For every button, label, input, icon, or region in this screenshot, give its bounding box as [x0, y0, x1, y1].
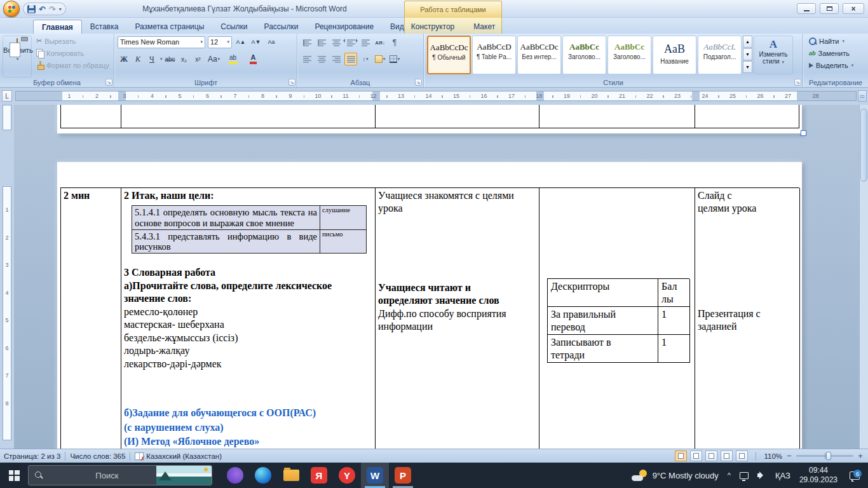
- align-right-button[interactable]: [330, 53, 342, 65]
- hidden-icons-chevron[interactable]: ^: [728, 471, 731, 479]
- table-resize-handle[interactable]: [801, 130, 806, 136]
- volume-tray-icon[interactable]: [757, 471, 766, 479]
- taskbar-clock[interactable]: 09:44 29.09.2023: [799, 466, 837, 485]
- align-left-button[interactable]: [301, 53, 313, 65]
- font-name-combo[interactable]: Times New Roman▾: [118, 36, 205, 48]
- qat-customize-dropdown-icon[interactable]: ▾: [59, 6, 62, 12]
- fullscreen-reading-view-button[interactable]: [690, 451, 702, 461]
- undo-icon[interactable]: ↶: [39, 5, 46, 13]
- style-heading2[interactable]: AaBbCcЗаголово...: [607, 36, 651, 74]
- page-1-partial[interactable]: [57, 105, 802, 133]
- zoom-slider-thumb[interactable]: [826, 452, 831, 460]
- superscript-button[interactable]: x²: [192, 53, 205, 65]
- format-painter-button[interactable]: Формат по образцу: [34, 60, 111, 70]
- tab-insert[interactable]: Вставка: [82, 20, 127, 34]
- decrease-indent-button[interactable]: [344, 36, 357, 49]
- font-dialog-launcher[interactable]: ↘: [288, 79, 295, 86]
- increase-indent-button[interactable]: [359, 36, 372, 49]
- text-highlight-button[interactable]: ab: [224, 53, 243, 65]
- objectives-table[interactable]: 5.1.4.1 определять основную мысль текста…: [132, 205, 367, 254]
- justify-button[interactable]: [344, 53, 357, 65]
- vertical-scrollbar[interactable]: [859, 105, 868, 449]
- change-styles-button[interactable]: А Изменить стили ▾: [754, 36, 793, 74]
- show-marks-button[interactable]: ¶: [388, 36, 401, 49]
- spellcheck-icon[interactable]: [135, 452, 144, 460]
- styles-scroll-down-button[interactable]: ▼: [743, 48, 752, 60]
- horizontal-ruler[interactable]: 1234567891011121314151617181920212223242…: [15, 91, 857, 101]
- clipboard-dialog-launcher[interactable]: ↘: [105, 79, 112, 86]
- draft-view-button[interactable]: [736, 451, 748, 461]
- sort-button[interactable]: АЯ↓: [374, 36, 386, 49]
- grow-font-button[interactable]: A▲: [234, 36, 247, 48]
- cell-time[interactable]: 2 мин: [61, 188, 121, 449]
- office-button[interactable]: [3, 1, 20, 17]
- align-center-button[interactable]: [315, 53, 328, 65]
- redo-icon[interactable]: ↷: [49, 5, 56, 13]
- taskbar-app-browser[interactable]: [249, 463, 277, 488]
- font-color-button[interactable]: А: [244, 53, 263, 65]
- tab-stop-selector[interactable]: L: [2, 90, 12, 102]
- start-button[interactable]: [0, 463, 28, 488]
- save-icon[interactable]: [27, 5, 36, 13]
- style-no-spacing[interactable]: AaBbCcDcБез интер...: [517, 36, 561, 74]
- taskbar-file-explorer[interactable]: [277, 463, 305, 488]
- paragraph-dialog-launcher[interactable]: ↘: [415, 79, 422, 86]
- line-spacing-button[interactable]: ↕▾: [359, 53, 372, 65]
- tab-references[interactable]: Ссылки: [212, 20, 255, 34]
- taskbar-powerpoint[interactable]: P: [389, 463, 417, 488]
- tab-table-layout[interactable]: Макет: [465, 20, 503, 34]
- find-button[interactable]: Найти▾: [807, 37, 855, 46]
- bold-button[interactable]: Ж: [118, 53, 130, 65]
- style-normal[interactable]: AaBbCcDc¶ Обычный: [427, 36, 471, 74]
- language-indicator[interactable]: Казахский (Казахстан): [146, 452, 222, 460]
- bullets-button[interactable]: [301, 36, 313, 49]
- search-daily-image[interactable]: [156, 465, 212, 485]
- tab-home[interactable]: Главная: [33, 20, 82, 34]
- tab-mailings[interactable]: Рассылки: [256, 20, 307, 34]
- weather-widget[interactable]: 9°C Mostly cloudy: [632, 470, 719, 481]
- zoom-out-button[interactable]: −: [785, 451, 793, 461]
- web-layout-view-button[interactable]: [705, 451, 717, 461]
- multilevel-list-button[interactable]: [330, 36, 342, 49]
- tab-page-layout[interactable]: Разметка страницы: [126, 20, 212, 34]
- strikethrough-button[interactable]: abc: [164, 53, 177, 65]
- paste-button[interactable]: Вставить ▾: [3, 36, 32, 78]
- style-title[interactable]: AaBНазвание: [653, 36, 696, 74]
- display-tray-icon[interactable]: [740, 472, 749, 479]
- cell-resources[interactable]: Слайд с целями урока Презентация с задан…: [695, 188, 800, 449]
- shading-button[interactable]: ▾: [374, 53, 386, 65]
- copy-button[interactable]: Копировать: [34, 48, 111, 58]
- select-button[interactable]: Выделить▾: [807, 61, 855, 70]
- zoom-slider[interactable]: [796, 455, 853, 457]
- cell-student-activity[interactable]: Учащиеся знакомятся с целями урока Учащи…: [376, 188, 539, 449]
- subscript-button[interactable]: x₂: [178, 53, 191, 65]
- zoom-in-button[interactable]: +: [857, 451, 864, 461]
- style-table-paragraph[interactable]: AaBbCcD¶ Table Pa...: [472, 36, 516, 74]
- taskbar-search-box[interactable]: Поиск: [28, 465, 212, 485]
- cell-teacher-activity[interactable]: 2 Итак, наши цели: 5.1.4.1 определять ос…: [121, 188, 376, 449]
- scrollbar-thumb[interactable]: [860, 109, 867, 182]
- input-language-indicator[interactable]: ҚАЗ: [775, 471, 790, 480]
- style-heading1[interactable]: AaBbCcЗаголово...: [562, 36, 606, 74]
- underline-dropdown-icon[interactable]: ▾: [160, 57, 163, 62]
- clear-formatting-button[interactable]: Aa: [265, 36, 278, 48]
- borders-button[interactable]: ▾: [388, 53, 401, 65]
- taskbar-yandex-browser[interactable]: Я: [305, 463, 333, 488]
- page-2[interactable]: 2 мин 2 Итак, наши цели: 5.1.4.1 определ…: [57, 162, 802, 449]
- styles-dialog-launcher[interactable]: ↘: [794, 79, 801, 86]
- taskbar-y-app[interactable]: Y: [333, 463, 361, 488]
- numbering-button[interactable]: [315, 36, 328, 49]
- italic-button[interactable]: К: [132, 53, 144, 65]
- styles-scroll-up-button[interactable]: ▲: [743, 36, 752, 48]
- notification-center-button[interactable]: 6: [846, 467, 863, 484]
- descriptors-table[interactable]: Дескрипторы Бал лы За правильный перевод…: [547, 278, 689, 363]
- outline-view-button[interactable]: [721, 451, 733, 461]
- shrink-font-button[interactable]: A▼: [250, 36, 262, 48]
- replace-button[interactable]: abЗаменить: [807, 49, 855, 58]
- taskbar-app-moon[interactable]: [221, 463, 249, 488]
- vertical-ruler[interactable]: 12345678: [0, 105, 14, 449]
- change-case-button[interactable]: Aa▾: [206, 53, 222, 65]
- page-indicator[interactable]: Страница: 2 из 3: [4, 452, 60, 460]
- restore-button[interactable]: [820, 3, 839, 14]
- print-layout-view-button[interactable]: [675, 451, 687, 461]
